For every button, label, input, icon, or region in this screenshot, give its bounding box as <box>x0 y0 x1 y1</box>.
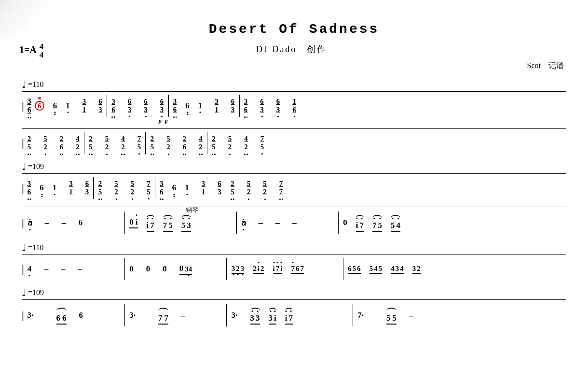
barline <box>239 95 240 117</box>
barline <box>168 95 169 117</box>
music-row-4: 钢琴 | ȧ – – 6 0 <box>22 207 566 238</box>
circled-note-6: 6 <box>35 101 44 111</box>
tempo-mark-3: ♩=110 <box>22 242 566 254</box>
music-row-2: | 25 52 <box>22 128 566 157</box>
bar-4: 36 63 63 <box>242 98 298 114</box>
time-sig-den: 4 <box>40 51 44 59</box>
time-sig-num: 4 <box>40 42 44 51</box>
music-row-1: | 3 6 m 6 <box>22 91 566 120</box>
composer: DJ Dado 创作 <box>256 43 328 55</box>
key-signature: 1=A 4 4 <box>19 42 43 59</box>
barline <box>107 95 108 117</box>
music-row-3: | 36 6 1 31 <box>22 173 566 202</box>
music-row-6: | 3· 6 6 6 <box>22 299 566 331</box>
music-row-5: | 4 – – – 0 0 0 <box>22 255 566 283</box>
tempo-mark-4: ♩=109 <box>22 287 566 298</box>
scribe: Scot 记谱 <box>527 61 564 70</box>
tempo-mark-1: ♩=110 <box>22 79 566 90</box>
opening-barline: | <box>22 99 24 112</box>
page-title: Desert Of Sadness <box>209 22 380 37</box>
sheet: Desert Of Sadness 1=A 4 4 DJ Dado 创作 Sco… <box>0 0 588 368</box>
tempo-mark-2: ♩=109 <box>22 161 566 172</box>
notation-area: ♩=110 | 3 6 <box>17 74 571 340</box>
bar-2: 36 63 <box>109 98 165 114</box>
corner-decoration <box>0 0 48 39</box>
bar-3: 36 6 1 31 63 <box>171 98 237 114</box>
bar-1: 3 6 m 6 6 <box>26 97 104 114</box>
